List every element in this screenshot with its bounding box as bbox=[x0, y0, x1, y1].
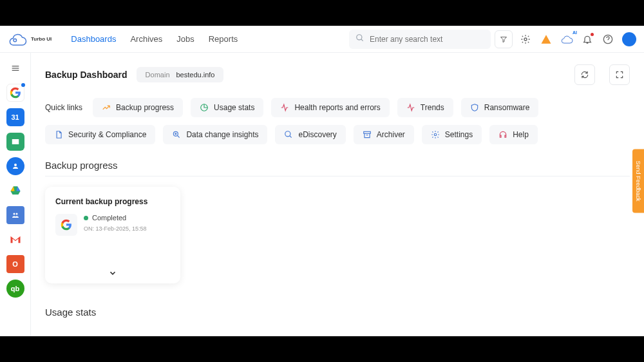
card-title: Current backup progress bbox=[55, 197, 170, 206]
expand-button[interactable] bbox=[609, 64, 630, 85]
quick-link-help[interactable]: Help bbox=[489, 125, 538, 144]
brand-text: Turbo UI bbox=[31, 36, 52, 42]
svg-point-3 bbox=[524, 38, 527, 41]
sidebar-icon-office[interactable]: O bbox=[6, 255, 24, 273]
headset-icon bbox=[498, 130, 507, 139]
gear-icon bbox=[431, 130, 440, 139]
section-divider bbox=[45, 176, 630, 176]
domain-chip[interactable]: Domain bestedu.info bbox=[137, 67, 224, 82]
sidebar-icon-groups[interactable] bbox=[6, 206, 24, 224]
quick-links-label: Quick links bbox=[45, 103, 82, 112]
search-icon bbox=[355, 33, 365, 45]
quick-link-trends[interactable]: Trends bbox=[397, 98, 453, 117]
feedback-tab[interactable]: Send Feedback bbox=[632, 149, 644, 213]
page-title: Backup Dashboard bbox=[45, 70, 128, 80]
brand-logo: Turbo UI bbox=[8, 32, 52, 46]
current-backup-card: Current backup progress Completed ON: 13… bbox=[45, 187, 180, 283]
quick-link-label: Usage stats bbox=[214, 103, 254, 112]
sidebar-icon-google[interactable] bbox=[6, 84, 24, 102]
sidebar-icon-calendar[interactable]: 31 bbox=[6, 108, 24, 126]
sidebar-icon-gmail[interactable] bbox=[6, 231, 24, 249]
sidebar-icon-contacts[interactable] bbox=[6, 157, 24, 175]
nav-tab-reports[interactable]: Reports bbox=[209, 28, 238, 50]
quick-link-label: Backup progress bbox=[116, 103, 174, 112]
main-content: Backup Dashboard Domain bestedu.info Qui… bbox=[31, 53, 644, 336]
status-dot-icon bbox=[84, 216, 88, 220]
sidebar-icon-quickbooks[interactable]: qb bbox=[6, 280, 24, 298]
nav-tab-dashboards[interactable]: Dashboards bbox=[71, 28, 116, 50]
svg-line-15 bbox=[290, 136, 292, 138]
sidebar-icon-drive[interactable] bbox=[6, 182, 24, 200]
ai-cloud-icon[interactable]: AI bbox=[560, 33, 573, 46]
quick-link-usage-stats[interactable]: Usage stats bbox=[191, 98, 263, 117]
card-expand-chevron-icon[interactable] bbox=[108, 269, 117, 280]
filter-icon[interactable] bbox=[495, 30, 513, 48]
svg-point-14 bbox=[285, 131, 290, 137]
svg-point-1 bbox=[357, 34, 362, 39]
svg-point-9 bbox=[14, 164, 17, 166]
menu-icon[interactable] bbox=[6, 59, 24, 77]
section-title-usage-stats: Usage stats bbox=[45, 307, 630, 318]
quick-link-ediscovery[interactable]: eDiscovery bbox=[275, 125, 345, 144]
card-status: Completed bbox=[84, 214, 147, 222]
quick-link-ransomware[interactable]: Ransomware bbox=[461, 98, 539, 117]
card-timestamp: ON: 13-Feb-2025, 15:58 bbox=[84, 225, 147, 232]
svg-rect-16 bbox=[364, 131, 371, 133]
pulse-icon bbox=[406, 103, 415, 112]
search-input[interactable] bbox=[370, 35, 484, 44]
quick-link-label: Help bbox=[513, 130, 529, 139]
quick-link-label: Security & Compliance bbox=[68, 130, 146, 139]
nav-tab-archives[interactable]: Archives bbox=[130, 28, 162, 50]
quick-link-label: Trends bbox=[421, 103, 444, 112]
quick-link-backup-progress[interactable]: Backup progress bbox=[93, 98, 183, 117]
svg-point-10 bbox=[13, 213, 15, 215]
quick-link-data-change-insights[interactable]: Data change insights bbox=[163, 125, 267, 144]
quick-link-label: Settings bbox=[445, 130, 473, 139]
card-status-text: Completed bbox=[92, 214, 126, 222]
pulse-icon bbox=[280, 103, 289, 112]
search-icon bbox=[284, 130, 293, 139]
quick-link-label: Health reports and errors bbox=[294, 103, 380, 112]
quick-links-row: Quick links Backup progressUsage statsHe… bbox=[45, 98, 630, 144]
nav-tab-jobs[interactable]: Jobs bbox=[176, 28, 194, 50]
topbar: Turbo UI DashboardsArchivesJobsReports A… bbox=[0, 26, 644, 53]
svg-rect-8 bbox=[12, 139, 19, 144]
alert-icon[interactable] bbox=[540, 33, 553, 46]
help-icon[interactable] bbox=[601, 33, 614, 46]
doc-icon bbox=[54, 130, 63, 139]
svg-point-11 bbox=[15, 213, 17, 215]
left-sidebar: 31 O qb bbox=[0, 53, 31, 336]
pie-icon bbox=[200, 103, 209, 112]
sidebar-icon-classroom[interactable] bbox=[6, 133, 24, 151]
quick-link-security-compliance[interactable]: Security & Compliance bbox=[45, 125, 155, 144]
shield-icon bbox=[470, 103, 479, 112]
domain-label: Domain bbox=[146, 71, 170, 79]
bell-icon[interactable] bbox=[581, 33, 594, 46]
svg-point-0 bbox=[14, 39, 17, 42]
user-avatar[interactable] bbox=[622, 32, 636, 46]
cloud-logo-icon bbox=[8, 32, 27, 46]
archive-icon bbox=[363, 130, 372, 139]
refresh-button[interactable] bbox=[574, 64, 595, 85]
quick-link-settings[interactable]: Settings bbox=[422, 125, 482, 144]
quick-link-health-reports-and-errors[interactable]: Health reports and errors bbox=[271, 98, 389, 117]
quick-link-label: Data change insights bbox=[186, 130, 258, 139]
domain-value: bestedu.info bbox=[176, 71, 215, 79]
search-data-icon bbox=[172, 130, 181, 139]
card-source-icon bbox=[55, 214, 77, 236]
quick-link-label: Ransomware bbox=[484, 103, 530, 112]
trend-up-icon bbox=[102, 103, 111, 112]
svg-line-2 bbox=[361, 39, 363, 41]
quick-link-label: eDiscovery bbox=[298, 130, 336, 139]
search-box[interactable] bbox=[349, 30, 491, 49]
svg-point-17 bbox=[434, 133, 437, 136]
gear-icon[interactable] bbox=[519, 33, 532, 46]
quick-link-label: Archiver bbox=[377, 130, 405, 139]
nav-tabs: DashboardsArchivesJobsReports bbox=[71, 28, 238, 50]
quick-link-archiver[interactable]: Archiver bbox=[354, 125, 414, 144]
section-title-backup-progress: Backup progress bbox=[45, 160, 630, 171]
